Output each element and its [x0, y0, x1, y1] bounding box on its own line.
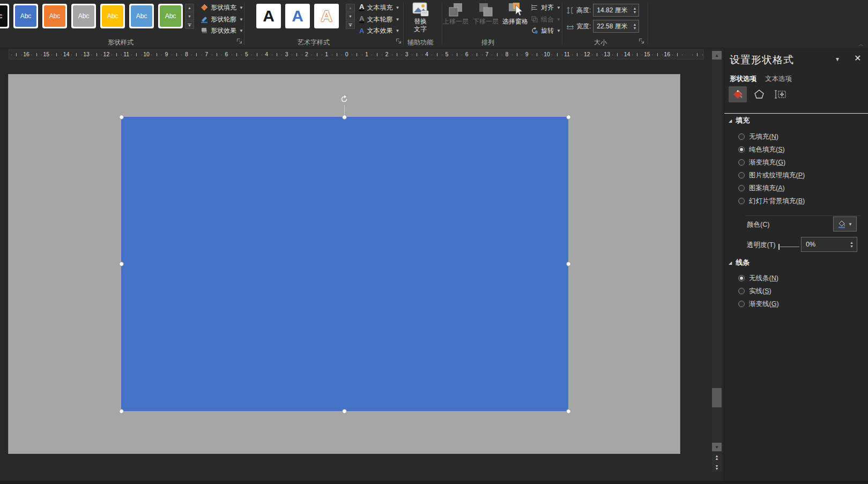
text-outline-button[interactable]: A 文本轮廓▼: [359, 14, 399, 25]
radio-solid-fill[interactable]: 纯色填充(S): [738, 145, 785, 154]
selected-rectangle-shape[interactable]: [121, 117, 568, 411]
gallery-scroll-up-icon[interactable]: ▲: [185, 4, 194, 12]
shape-style-swatch[interactable]: Abc: [0, 4, 9, 28]
tab-shape-options[interactable]: 形状选项: [730, 75, 756, 84]
radio-icon: [738, 288, 745, 294]
transparency-label: 透明度(T): [747, 241, 775, 250]
collapse-triangle-icon: ◢: [729, 118, 732, 123]
align-button[interactable]: 对齐▼: [531, 2, 561, 13]
radio-slide-background-fill[interactable]: 幻灯片背景填充(B): [738, 197, 805, 205]
radio-gradient-line[interactable]: 渐变线(G): [738, 300, 779, 308]
line-section-header[interactable]: ◢ 线条: [729, 258, 750, 267]
resize-handle-bottom-middle[interactable]: [342, 409, 347, 414]
wordart-letter: A: [292, 7, 303, 25]
transparency-input[interactable]: 0% ▲▼: [801, 237, 857, 252]
text-effects-icon: A: [359, 28, 364, 34]
vertical-scrollbar-thumb[interactable]: [712, 388, 722, 407]
transparency-slider-track[interactable]: [780, 247, 799, 247]
shape-styles-dialog-launcher[interactable]: [236, 38, 243, 45]
shape-style-swatch[interactable]: Abc: [100, 4, 125, 28]
text-fill-button[interactable]: A 文本填充▼: [359, 2, 399, 13]
bring-forward-button[interactable]: 上移一层: [441, 2, 471, 36]
group-label: 组合: [541, 15, 554, 24]
wordart-scroll-up-icon[interactable]: ▲: [346, 4, 355, 12]
resize-handle-middle-right[interactable]: [566, 262, 571, 266]
radio-icon: [738, 185, 745, 191]
dropdown-arrow-icon: ▼: [557, 17, 561, 22]
fill-section-header[interactable]: ◢ 填充: [729, 116, 750, 125]
shape-style-swatch[interactable]: Abc: [129, 4, 154, 28]
size-dialog-launcher[interactable]: [638, 38, 646, 45]
selection-pane-button[interactable]: 选择窗格: [500, 2, 530, 36]
bring-forward-icon: [448, 2, 464, 18]
shape-style-swatch[interactable]: Abc: [42, 4, 67, 28]
next-slide-button[interactable]: ▼▼: [712, 463, 722, 472]
shape-style-swatch[interactable]: Abc: [158, 4, 183, 28]
width-spinner[interactable]: ▲▼: [631, 21, 638, 32]
height-spinner[interactable]: ▲▼: [631, 5, 638, 16]
shape-style-swatch[interactable]: Abc: [13, 4, 38, 28]
radio-pattern-fill[interactable]: 图案填充(A): [738, 184, 785, 192]
height-value: 14.82 厘米: [597, 6, 627, 15]
dropdown-arrow-icon: ▼: [239, 17, 243, 22]
resize-handle-top-right[interactable]: [566, 115, 571, 120]
gallery-more-icon[interactable]: ▼: [185, 21, 194, 29]
rotation-handle[interactable]: [339, 94, 349, 104]
alt-text-button[interactable]: 替换 文字: [405, 2, 435, 36]
panel-divider: [724, 113, 868, 114]
text-effects-button[interactable]: A 文本效果▼: [359, 25, 399, 36]
height-input[interactable]: 14.82 厘米 ▲▼: [593, 4, 639, 17]
panel-close-icon[interactable]: ✕: [854, 53, 861, 63]
wordart-style-tile[interactable]: A: [285, 4, 310, 28]
shape-outline-button[interactable]: 形状轮廓▼: [201, 14, 243, 25]
radio-no-line[interactable]: 无线条(N): [738, 274, 778, 282]
scroll-up-icon[interactable]: ▲: [712, 51, 722, 59]
align-label: 对齐: [541, 3, 554, 12]
effects-icon[interactable]: [750, 86, 768, 102]
wordart-scroll-down-icon[interactable]: ▼: [346, 12, 355, 20]
tab-text-options[interactable]: 文本选项: [765, 75, 792, 84]
rotate-button[interactable]: 旋转▼: [531, 25, 561, 36]
dropdown-arrow-icon: ▼: [239, 5, 243, 10]
shape-fill-button[interactable]: 形状填充▼: [201, 2, 243, 13]
resize-handle-bottom-left[interactable]: [119, 409, 124, 414]
shape-style-swatch-label: Abc: [44, 5, 65, 27]
collapse-ribbon-icon[interactable]: ︿: [858, 41, 864, 48]
collapse-triangle-icon: ◢: [729, 260, 732, 265]
wordart-style-tile[interactable]: A: [314, 4, 339, 28]
resize-handle-bottom-right[interactable]: [566, 409, 571, 414]
height-label: 高度:: [576, 6, 591, 15]
radio-solid-line[interactable]: 实线(S): [738, 287, 771, 295]
shape-style-swatch[interactable]: Abc: [71, 4, 96, 28]
panel-options-chevron-icon[interactable]: ▼: [835, 56, 840, 62]
wordart-style-tile[interactable]: A: [256, 4, 281, 28]
send-backward-button[interactable]: 下移一层: [471, 2, 501, 36]
alt-text-picture-icon: [411, 2, 429, 18]
resize-handle-top-middle[interactable]: [342, 115, 347, 120]
width-value: 22.58 厘米: [597, 22, 627, 31]
width-input[interactable]: 22.58 厘米 ▲▼: [593, 20, 639, 33]
size-properties-icon[interactable]: [771, 86, 790, 102]
vertical-scrollbar-track[interactable]: [712, 51, 722, 472]
transparency-spinner[interactable]: ▲▼: [848, 238, 855, 251]
rotation-handle-line: [344, 105, 345, 116]
wordart-more-icon[interactable]: ▼: [346, 21, 355, 29]
shape-effects-label: 形状效果: [211, 26, 236, 35]
fill-and-line-icon[interactable]: [729, 86, 747, 102]
group-button[interactable]: 组合▼: [531, 14, 561, 25]
radio-gradient-fill[interactable]: 渐变填充(G): [738, 158, 785, 167]
fill-section-title: 填充: [736, 116, 750, 125]
height-icon: [566, 6, 574, 14]
transparency-slider-handle[interactable]: [778, 244, 780, 250]
radio-picture-texture-fill[interactable]: 图片或纹理填充(P): [738, 171, 805, 180]
shape-effects-icon: [201, 27, 208, 34]
radio-no-fill[interactable]: 无填充(N): [738, 132, 778, 141]
shape-style-swatch-label: Abc: [73, 5, 94, 27]
scroll-down-icon[interactable]: ▼: [712, 443, 722, 451]
shape-effects-button[interactable]: 形状效果▼: [201, 25, 243, 36]
resize-handle-top-left[interactable]: [119, 115, 124, 120]
gallery-scroll-down-icon[interactable]: ▼: [185, 12, 194, 20]
previous-slide-button[interactable]: ▲▲: [712, 453, 722, 461]
resize-handle-middle-left[interactable]: [119, 262, 124, 266]
fill-color-button[interactable]: ▼: [833, 217, 857, 232]
